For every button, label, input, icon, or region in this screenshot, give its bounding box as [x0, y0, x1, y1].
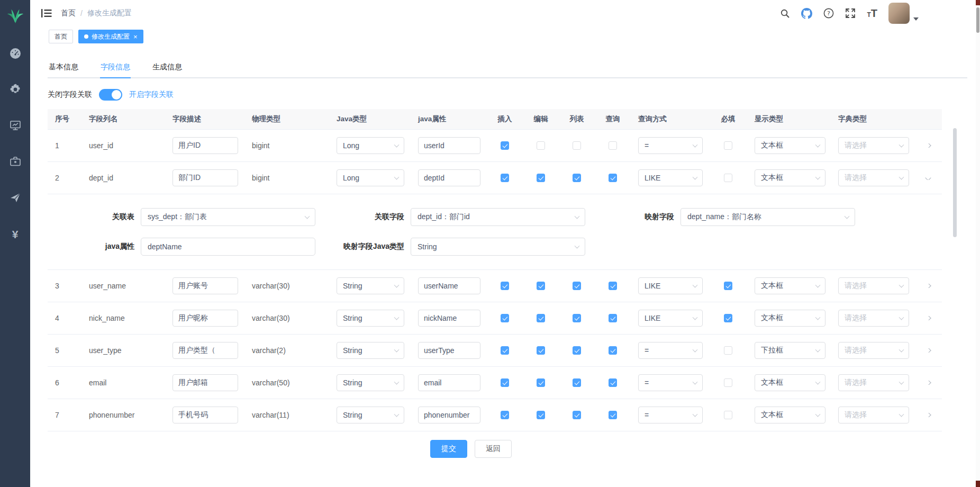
required-checkbox[interactable]	[724, 282, 732, 290]
panel-select[interactable]: dept_id：部门id	[411, 208, 585, 226]
breadcrumb-home[interactable]: 首页	[61, 8, 76, 18]
list-checkbox[interactable]	[573, 174, 581, 182]
dict-type-select[interactable]: 请选择	[838, 277, 909, 294]
expand-row-icon[interactable]	[925, 316, 931, 320]
query-checkbox[interactable]	[609, 378, 617, 387]
search-icon[interactable]	[780, 8, 790, 19]
required-checkbox[interactable]	[724, 314, 732, 322]
sidebar-item-dashboard[interactable]	[0, 37, 30, 73]
query-checkbox[interactable]	[609, 314, 617, 322]
java-attr-input[interactable]	[418, 407, 480, 423]
required-checkbox[interactable]	[724, 411, 732, 419]
sidebar-item-paper-plane[interactable]	[0, 181, 30, 217]
dict-type-select[interactable]: 请选择	[838, 342, 909, 359]
query-checkbox[interactable]	[609, 141, 617, 150]
tag-current[interactable]: 修改生成配置×	[78, 30, 143, 43]
tag-close-icon[interactable]: ×	[133, 33, 138, 40]
expand-row-icon[interactable]	[925, 413, 931, 417]
insert-checkbox[interactable]	[501, 282, 509, 290]
tag-home[interactable]: 首页	[49, 30, 73, 43]
panel-select[interactable]: dept_name：部门名称	[680, 208, 855, 226]
collapse-row-icon[interactable]	[925, 176, 931, 180]
dict-type-select[interactable]: 请选择	[838, 310, 909, 327]
java-type-select[interactable]: Long	[337, 137, 404, 154]
relation-toggle[interactable]	[99, 89, 122, 101]
display-type-select[interactable]: 文本框	[755, 407, 825, 423]
insert-checkbox[interactable]	[501, 314, 509, 322]
java-attr-input[interactable]	[418, 374, 480, 391]
java-attr-input[interactable]	[418, 342, 480, 359]
tab-基本信息[interactable]: 基本信息	[48, 56, 89, 78]
java-type-select[interactable]: String	[337, 277, 404, 294]
field-desc-input[interactable]	[173, 310, 238, 327]
java-type-select[interactable]: String	[337, 342, 404, 359]
required-checkbox[interactable]	[724, 378, 732, 387]
query-type-select[interactable]: LIKE	[638, 310, 703, 327]
dict-type-select[interactable]: 请选择	[838, 169, 909, 186]
query-type-select[interactable]: =	[638, 374, 703, 391]
tab-生成信息[interactable]: 生成信息	[141, 56, 193, 78]
dict-type-select[interactable]: 请选择	[838, 407, 909, 423]
query-checkbox[interactable]	[609, 411, 617, 419]
sidebar-item-gear[interactable]	[0, 73, 30, 109]
insert-checkbox[interactable]	[501, 174, 509, 182]
fullscreen-icon[interactable]	[845, 8, 856, 19]
sidebar-collapse-icon[interactable]	[30, 8, 61, 18]
java-attr-input[interactable]	[418, 310, 480, 327]
browser-scrollbar[interactable]	[976, 0, 980, 487]
tab-字段信息[interactable]: 字段信息	[89, 56, 141, 78]
java-attr-input[interactable]	[418, 169, 480, 186]
java-attr-input[interactable]	[418, 137, 480, 154]
scrollbar-up-arrow[interactable]	[976, 0, 980, 5]
required-checkbox[interactable]	[724, 141, 732, 150]
edit-checkbox[interactable]	[537, 378, 545, 387]
display-type-select[interactable]: 文本框	[755, 169, 825, 186]
java-type-select[interactable]: String	[337, 310, 404, 327]
query-type-select[interactable]: LIKE	[638, 277, 703, 294]
dict-type-select[interactable]: 请选择	[838, 374, 909, 391]
required-checkbox[interactable]	[724, 346, 732, 355]
display-type-select[interactable]: 文本框	[755, 310, 825, 327]
query-type-select[interactable]: =	[638, 137, 703, 154]
user-menu[interactable]	[888, 3, 919, 24]
field-desc-input[interactable]	[173, 374, 238, 391]
insert-checkbox[interactable]	[501, 411, 509, 419]
field-desc-input[interactable]	[173, 342, 238, 359]
field-desc-input[interactable]	[173, 407, 238, 423]
query-checkbox[interactable]	[609, 282, 617, 290]
scrollbar-thumb[interactable]	[976, 7, 979, 33]
expand-row-icon[interactable]	[925, 348, 931, 353]
sidebar-item-monitor-chart[interactable]	[0, 109, 30, 145]
edit-checkbox[interactable]	[537, 314, 545, 322]
list-checkbox[interactable]	[573, 378, 581, 387]
expand-row-icon[interactable]	[925, 143, 931, 148]
list-checkbox[interactable]	[573, 314, 581, 322]
java-type-select[interactable]: Long	[337, 169, 404, 186]
user-avatar[interactable]	[888, 3, 910, 24]
edit-checkbox[interactable]	[537, 346, 545, 355]
java-type-select[interactable]: String	[337, 374, 404, 391]
dict-type-select[interactable]: 请选择	[838, 137, 909, 154]
insert-checkbox[interactable]	[501, 346, 509, 355]
query-type-select[interactable]: =	[638, 342, 703, 359]
java-type-select[interactable]: String	[337, 407, 404, 423]
expand-row-icon[interactable]	[925, 284, 931, 288]
app-logo[interactable]	[0, 0, 30, 30]
github-icon[interactable]	[801, 8, 812, 19]
display-type-select[interactable]: 文本框	[755, 137, 825, 154]
edit-checkbox[interactable]	[537, 174, 545, 182]
display-type-select[interactable]: 下拉框	[755, 342, 825, 359]
edit-checkbox[interactable]	[537, 411, 545, 419]
font-size-icon[interactable]: TT	[867, 8, 877, 19]
panel-select[interactable]: sys_dept：部门表	[141, 208, 315, 226]
list-checkbox[interactable]	[573, 141, 581, 150]
field-desc-input[interactable]	[173, 277, 238, 294]
query-type-select[interactable]: =	[638, 407, 703, 423]
required-checkbox[interactable]	[724, 174, 732, 182]
edit-checkbox[interactable]	[537, 141, 545, 150]
list-checkbox[interactable]	[573, 282, 581, 290]
scrollbar-down-arrow[interactable]	[976, 481, 980, 487]
panel-select[interactable]: String	[411, 238, 585, 256]
sidebar-item-yen[interactable]: ¥	[0, 217, 30, 252]
list-checkbox[interactable]	[573, 411, 581, 419]
